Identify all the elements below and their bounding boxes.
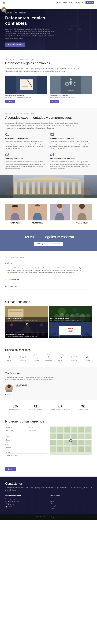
footer-nav-about[interactable]: About xyxy=(50,500,92,502)
nav-contact-button[interactable]: Contact xyxy=(86,1,95,4)
svg-rect-140 xyxy=(86,446,91,452)
svg-rect-135 xyxy=(50,446,56,452)
form-left: First Name Last Name Email Phone xyxy=(5,426,47,471)
last-name-input[interactable] xyxy=(27,428,47,433)
svg-point-81 xyxy=(26,322,28,325)
svg-rect-32 xyxy=(69,90,73,90)
soluciones-text: Lorem ipsum dolor sit amet, consectetur … xyxy=(5,68,83,72)
footer-nav-contact[interactable]: Contact xyxy=(50,508,92,509)
service-civil-header[interactable]: Civil Law ∧ xyxy=(5,260,92,267)
footer-nav-faq[interactable]: FAQ xyxy=(50,503,92,504)
stat-label-1: Satisfacción de clientes xyxy=(29,409,43,410)
form-submit-button[interactable]: Enviar xyxy=(5,467,16,471)
service-civil-chevron: ∧ xyxy=(90,262,92,264)
news-card-1[interactable]: Soluciones legales expertas Al otro lado… xyxy=(49,306,92,322)
footer-hours-text: Horas xyxy=(8,506,12,508)
footer-nav-home[interactable]: Home xyxy=(50,498,92,500)
dot-0[interactable] xyxy=(5,394,6,395)
footer-contact-title: Correo Información xyxy=(5,494,47,496)
form-last-name-group: Last Name xyxy=(27,426,47,433)
news-card-2[interactable]: Protegiendo sus derechos Al otro lado de… xyxy=(5,322,48,338)
svg-rect-136 xyxy=(57,446,63,452)
partner-icon-3: ◈ xyxy=(46,354,51,360)
feature-0-title: Defendiendo sus derechos xyxy=(5,138,47,140)
footer-nav-pricing[interactable]: Pricing Plan xyxy=(50,505,92,506)
team-grid: CELIA ALMEIDA Gerente de oficina JACK ÁL… xyxy=(5,204,92,224)
partner-icon-6: ⊞ xyxy=(84,354,89,360)
svg-rect-44 xyxy=(43,182,46,194)
partner-label-2: CONTACT xyxy=(32,360,39,362)
team-photo-0 xyxy=(5,204,25,220)
dot-2[interactable] xyxy=(9,394,10,395)
hero-title: Defensores legales confiables xyxy=(5,15,54,26)
team-card-2 xyxy=(50,204,70,224)
testimonials-text: Lorem ipsum dolor sit amet, consectetur … xyxy=(5,376,57,381)
nav-home[interactable]: Home xyxy=(57,2,61,4)
first-name-input[interactable] xyxy=(5,428,25,433)
news-card-3[interactable]: MARCH FOR OUR LIVES xyxy=(49,322,92,338)
svg-text:MARCH: MARCH xyxy=(68,328,73,329)
partners-row: ◎ CONTACT ⬡ CONTACT ⟁ CONTACT ◈ CONTACT … xyxy=(5,354,92,362)
form-layout: First Name Last Name Email Phone xyxy=(5,426,92,471)
form-first-name-group: First Name xyxy=(5,426,25,433)
dot-1[interactable] xyxy=(7,394,8,395)
services-section: NUESTROS SERVICIOS Civil Law ∧ Lorem ips… xyxy=(0,251,97,295)
form-section: Protegiendo sus derechos First Name Last… xyxy=(0,414,97,476)
nav-pricing[interactable]: Pricing Plan xyxy=(75,2,83,4)
defensores-section: SUS DEFENSORES DE CONFIANZA Abogados exp… xyxy=(0,108,97,175)
svg-point-28 xyxy=(70,79,72,80)
message-textarea[interactable] xyxy=(5,454,47,464)
news-image-3: MARCH FOR OUR LIVES xyxy=(49,322,92,338)
svg-rect-119 xyxy=(64,428,70,432)
stat-3: 0k Ejemplo de éxito xyxy=(78,404,88,410)
nav-logo[interactable]: logo xyxy=(2,2,6,4)
service-corporate-law[interactable]: Corporate Law ∨ xyxy=(5,283,92,290)
partner-label-4: CONTACT xyxy=(58,360,65,362)
footer-email-text: info@ejemplo.com xyxy=(7,498,19,500)
hero-text: Lorem ipsum dolor sit amet, consectetur … xyxy=(5,28,54,40)
svg-rect-43 xyxy=(37,182,40,194)
nav-links: Home About FAQ Pricing Plan Contact xyxy=(57,1,95,4)
email-input[interactable] xyxy=(5,438,47,442)
card-excelencia: Excelencia legal asegurada Sample text. … xyxy=(5,76,47,103)
svg-rect-39 xyxy=(14,182,17,194)
cta-title: Tus escudos legales te esperan xyxy=(5,235,92,239)
nav-about[interactable]: About xyxy=(63,2,67,4)
team-photo-3 xyxy=(72,204,92,220)
team-role-1: Gerente de ventas xyxy=(27,223,47,224)
form-email-group: Email xyxy=(5,436,47,442)
svg-rect-53 xyxy=(0,175,13,198)
team-photo-1 xyxy=(27,204,47,220)
phone-input[interactable] xyxy=(5,446,47,450)
partners-title: Socios de confianza xyxy=(5,348,92,352)
services-tag: NUESTROS SERVICIOS xyxy=(5,256,92,258)
testimonial-dots xyxy=(5,394,92,395)
svg-rect-33 xyxy=(68,90,74,91)
service-civil-text: Lorem ipsum dolor sit amet, consectetur … xyxy=(5,267,83,274)
message-label: Message xyxy=(5,452,47,453)
svg-rect-40 xyxy=(20,182,23,194)
hero-cta-button[interactable]: Más sobre nosotros xyxy=(5,42,25,47)
footer-contact-col: Correo Información ✉ info@ejemplo.com 📞 … xyxy=(5,494,47,509)
news-card-0[interactable]: Sus socios de justicia Al otro lado de e… xyxy=(5,306,48,322)
svg-rect-133 xyxy=(79,440,84,445)
footer-nav-col: Navegación Home About FAQ Pricing Plan C… xyxy=(50,494,92,509)
nav-faq[interactable]: FAQ xyxy=(70,2,73,4)
svg-rect-117 xyxy=(50,428,56,432)
footer-grid: Correo Información ✉ info@ejemplo.com 📞 … xyxy=(5,494,92,509)
service-criminal-defense[interactable]: Criminal Defense ∨ xyxy=(5,276,92,283)
partner-6: ⊞ CONTACT xyxy=(84,354,90,362)
cta-button[interactable]: Obtenga su consulta gratuita xyxy=(34,242,63,246)
defensores-tag: SUS DEFENSORES DE CONFIANZA xyxy=(5,113,92,114)
card-excelencia-btn[interactable]: Leer más xyxy=(5,100,15,103)
svg-rect-54 xyxy=(84,175,97,198)
svg-point-84 xyxy=(10,323,13,326)
svg-rect-45 xyxy=(49,182,52,194)
soluciones-section: SOLUCIONES LEGALES EXPERTAS Defensores l… xyxy=(0,54,97,108)
footer-nav-links: Home About FAQ Pricing Plan Contact xyxy=(50,498,92,509)
team-card-0: CELIA ALMEIDA Gerente de oficina xyxy=(5,204,25,224)
cta-section: Tus escudos legales te esperan Obtenga s… xyxy=(0,230,97,251)
card-derechos-btn[interactable]: Leer más xyxy=(50,100,59,103)
svg-rect-137 xyxy=(64,446,70,452)
form-right xyxy=(50,426,92,471)
